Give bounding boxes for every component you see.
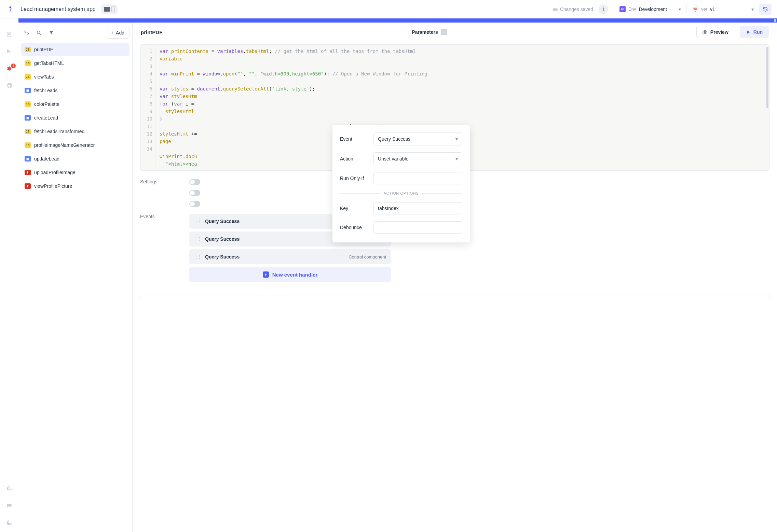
js-icon: JS xyxy=(25,101,31,107)
section-divider xyxy=(140,295,769,300)
sidebar-item[interactable]: JSviewTabs xyxy=(21,70,130,83)
app-title: Lead management system app xyxy=(21,6,96,12)
version-selector[interactable]: ver v1 ▾ xyxy=(692,6,754,12)
content-header: printPDF Parameters + Preview Run xyxy=(133,23,777,42)
sidebar-item-label: viewTabs xyxy=(34,74,54,80)
add-query-button[interactable]: + Add xyxy=(106,27,130,39)
save-status: Changes saved xyxy=(553,6,593,12)
new-event-handler-button[interactable]: +New event handler xyxy=(189,267,391,282)
action-field-label: Action xyxy=(340,156,369,162)
runif-field-label: Run Only If xyxy=(340,176,369,181)
sidebar-item[interactable]: ⬆uploadProfileImage xyxy=(21,166,130,179)
sidebar-item-label: createLead xyxy=(34,115,58,121)
svg-point-2 xyxy=(37,31,40,34)
app-logo-icon[interactable] xyxy=(5,4,15,14)
sidebar-item-label: updateLead xyxy=(34,156,59,162)
chevron-down-icon: ▾ xyxy=(751,6,754,12)
drag-handle-icon[interactable]: ⋮⋮ xyxy=(194,237,201,241)
preview-button[interactable]: Preview xyxy=(696,26,734,38)
line-gutter: 1234567891011121314 xyxy=(140,45,155,170)
cursor-icon[interactable] xyxy=(5,48,13,55)
debounce-input[interactable] xyxy=(373,221,462,234)
setting-toggle-2[interactable] xyxy=(189,190,200,196)
device-toggle[interactable] xyxy=(101,4,118,14)
chevron-down-icon: ▾ xyxy=(455,136,458,142)
eye-icon xyxy=(702,29,708,35)
event-name: Query Success xyxy=(205,236,240,242)
sidebar-item-label: viewProfilePicture xyxy=(34,183,72,189)
search-icon[interactable] xyxy=(33,27,44,38)
sidebar-item[interactable]: JSprofileImageNameGenerator xyxy=(21,139,130,152)
error-badge: 1 xyxy=(11,64,16,68)
sidebar-item[interactable]: ▦fetchLeads xyxy=(21,84,130,97)
sidebar-item[interactable]: ⬆viewProfilePicture xyxy=(21,180,130,193)
sidebar-item[interactable]: ▦createLead xyxy=(21,111,130,124)
preview-slider[interactable] xyxy=(18,18,777,23)
add-parameter-icon[interactable]: + xyxy=(441,29,447,35)
action-select[interactable]: Unset variable ▾ xyxy=(373,152,462,165)
event-config-popover: Event Query Success ▾ Action Unset varia… xyxy=(332,125,470,242)
js-icon: JS xyxy=(25,47,31,52)
sidebar-item[interactable]: JSprintPDF xyxy=(21,43,130,56)
js-icon: JS xyxy=(25,129,31,134)
desktop-icon xyxy=(104,7,110,12)
env-selector[interactable]: txt Env Development ▾ xyxy=(619,6,681,12)
sidebar-item[interactable]: JScolorPalette xyxy=(21,98,130,111)
top-bar: Lead management system app Changes saved… xyxy=(0,0,777,18)
sidebar-item[interactable]: JSfetchLeadsTransformed xyxy=(21,125,130,138)
drag-handle-icon[interactable]: ⋮⋮ xyxy=(194,254,201,259)
cloud-icon xyxy=(553,6,558,12)
sidebar-item[interactable]: ▦updateLead xyxy=(21,152,130,165)
chevron-down-icon: ▾ xyxy=(679,6,681,12)
key-input[interactable] xyxy=(373,202,462,214)
parameters-label[interactable]: Parameters + xyxy=(412,29,447,35)
comment-icon[interactable] xyxy=(5,502,13,509)
event-name: Query Success xyxy=(205,254,240,260)
sidebar-item-label: uploadProfileImage xyxy=(34,170,76,175)
js-icon: JS xyxy=(25,142,31,148)
key-field-label: Key xyxy=(340,206,369,211)
settings-icon[interactable] xyxy=(5,82,13,89)
theme-icon[interactable] xyxy=(5,519,13,527)
sidebar-item-label: profileImageNameGenerator xyxy=(34,142,95,148)
sidebar-item[interactable]: JSgetTabsHTML xyxy=(21,57,130,70)
drag-handle-icon[interactable]: ⋮⋮ xyxy=(194,219,201,224)
query-list: JSprintPDFJSgetTabsHTMLJSviewTabs▦fetchL… xyxy=(18,40,132,195)
left-rail: 1 xyxy=(0,23,18,532)
slider-handle[interactable] xyxy=(774,19,776,22)
up-icon: ⬆ xyxy=(25,183,31,189)
mobile-icon xyxy=(111,6,115,12)
sidebar-item-label: colorPalette xyxy=(34,101,59,107)
query-title: printPDF xyxy=(141,29,162,35)
run-button[interactable]: Run xyxy=(740,26,769,38)
setting-toggle-1[interactable] xyxy=(189,179,200,185)
sidebar-toolbar: + Add xyxy=(18,25,132,40)
plus-icon: + xyxy=(111,30,114,36)
sidebar-item-label: fetchLeadsTransformed xyxy=(34,129,84,134)
play-icon xyxy=(746,30,751,34)
divider xyxy=(686,5,687,13)
runif-input[interactable] xyxy=(373,172,462,184)
env-icon: txt xyxy=(619,6,626,12)
support-icon[interactable] xyxy=(5,485,13,492)
refresh-button[interactable] xyxy=(759,4,772,15)
settings-label: Settings xyxy=(140,179,181,184)
editor-scrollbar[interactable] xyxy=(766,47,768,108)
setting-toggle-3[interactable] xyxy=(189,201,200,207)
sidebar-item-label: printPDF xyxy=(34,47,53,52)
filter-icon[interactable] xyxy=(46,27,57,38)
event-select[interactable]: Query Success ▾ xyxy=(373,132,462,145)
bug-icon[interactable]: 1 xyxy=(5,65,13,72)
content-area: printPDF Parameters + Preview Run 12 xyxy=(133,23,777,532)
pages-icon[interactable] xyxy=(5,31,13,38)
options-divider: ACTION OPTIONS xyxy=(340,191,462,195)
version-icon xyxy=(692,6,698,12)
db-icon: ▦ xyxy=(25,156,31,162)
user-avatar[interactable]: I xyxy=(599,4,608,14)
svg-point-1 xyxy=(8,67,11,70)
db-icon: ▦ xyxy=(25,88,31,93)
event-row[interactable]: ⋮⋮Query SuccessControl component xyxy=(189,249,391,264)
sidebar-item-label: fetchLeads xyxy=(34,88,58,93)
collapse-icon[interactable] xyxy=(21,27,32,38)
js-icon: JS xyxy=(25,60,31,66)
